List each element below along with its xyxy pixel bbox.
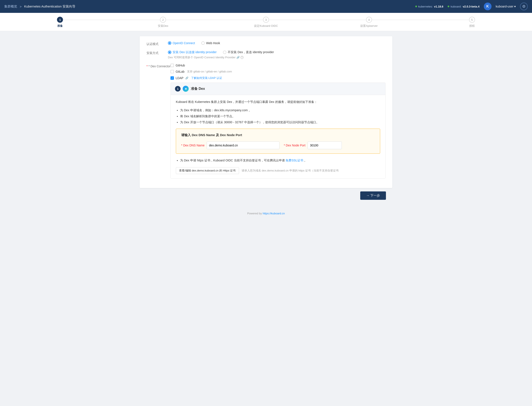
cert-button[interactable]: 查看/编辑 dex.demo.kuboard.cn 的 Https 证书 [176,167,239,174]
step-3-circle: 3 [263,17,269,23]
dns-name-input[interactable] [207,141,279,149]
dns-port-group: Dex Node Port [284,141,342,149]
step-1-label: 准备 [57,24,63,28]
app-header: 集群概览 > Kubernetes Authentication 安装向导 ku… [0,0,532,13]
breadcrumb-separator: > [20,5,22,8]
radio-openid[interactable]: OpenID Connect [168,41,195,45]
breadcrumb-current: Kubernetes Authentication 安装向导 [24,5,75,8]
kubernetes-version: v1.18.6 [434,5,443,8]
checkbox-gitlab[interactable]: GitLab 支持 gitlab-ce / gitlab-ee / gitlab… [170,70,385,73]
external-link-icon[interactable]: 🔗 [236,56,240,59]
install-method-label: 安装方式 [147,50,168,55]
step-4-circle: 4 [366,17,372,23]
svg-text:⊕: ⊕ [185,87,187,90]
main-content: 认证模式 OpenID Connect Web Hook [133,31,399,208]
free-ssl-link[interactable]: 免费SSL证书 [285,159,303,162]
checkbox-github[interactable]: GitHub [170,64,385,67]
kubernetes-label: kubernetes: [418,5,433,8]
bullet-2: 将 Dex 域名解析到集群中的某一个节点。 [180,113,380,119]
steps-bar: 1 准备 2 安装Dex 3 设定Kuboard OIDC 4 设置Apiser… [0,13,532,31]
dns-port-label: Dex Node Port [284,144,305,147]
radio-openid-label: OpenID Connect [173,41,195,45]
radio-webhook-label: Web Hook [206,41,220,45]
dns-fields-row: Dex DNS Name Dex Node Port [181,141,375,149]
auth-mode-radio-group: OpenID Connect Web Hook [168,41,385,45]
header-right: kubernetes: v1.18.6 kuboard: v2.0.3-beta… [415,3,528,10]
kuboard-label: kuboard: [451,5,461,8]
dex-step-badge: 1 [175,86,181,92]
dns-card-title: 请输入 Dex DNS Name 及 Dex Node Port [181,133,375,137]
cert-bullet: 为 Dex 申请 https 证书，Kuboard OIDC 当前不支持自签证书… [180,157,380,164]
bullet-1: 为 Dex 申请域名，例如：dex.k8s.mycompany.com 。 [180,107,380,113]
radio-no-dex[interactable]: 不安装 Dex，直连 identity provider [223,50,274,54]
checkbox-ldap-box: ✓ [170,76,174,80]
step-3: 3 设定Kuboard OIDC [215,17,318,28]
settings-button[interactable]: ⚙ [520,3,528,10]
breadcrumb-home[interactable]: 集群概览 [4,5,17,8]
checkbox-gitlab-hint: 支持 gitlab-ce / gitlab-ee / gitlab.com [187,70,232,73]
kuboard-version: v2.0.3-beta.4 [463,5,480,8]
dex-prep-header: 1 ⊕ [171,83,385,95]
step-5-circle: 5 [469,17,475,23]
step-5-label: 授权 [469,24,475,28]
dex-connector-content: GitHub GitLab 支持 gitlab-ce / gitlab-ee /… [170,64,385,179]
step-4: 4 设置Apiserver [317,17,420,28]
kubernetes-dot [415,6,417,7]
radio-no-dex-label: 不安装 Dex，直连 identity provider [228,50,274,54]
radio-install-dex-circle [168,51,171,54]
next-button[interactable]: → 下一步 [360,191,386,200]
kuboard-dot [448,6,449,7]
kubernetes-status: kubernetes: v1.18.6 [415,5,443,8]
connector-checkbox-list: GitHub GitLab 支持 gitlab-ce / gitlab-ee /… [170,64,385,80]
step-2-label: 安装Dex [158,24,168,28]
avatar: K [484,3,491,10]
radio-openid-circle [168,41,171,45]
dex-prep-title: 准备 Dex [191,87,205,91]
kuboard-status: kuboard: v2.0.3-beta.4 [448,5,480,8]
breadcrumb: 集群概览 > Kubernetes Authentication 安装向导 [4,5,75,8]
install-method-content: 安装 Dex 以连接 identity provider 不安装 Dex，直连 … [168,50,385,59]
dex-connector-row: * Dex Connector GitHub GitLab 支持 gitlab-… [147,64,385,179]
step-1-circle: 1 [57,17,63,23]
radio-install-dex[interactable]: 安装 Dex 以连接 identity provider [168,50,217,54]
step-5: 5 授权 [420,17,524,28]
checkbox-gitlab-box [170,70,174,73]
radio-install-dex-label: 安装 Dex 以连接 identity provider [173,50,217,54]
auth-mode-row: 认证模式 OpenID Connect Web Hook [147,41,385,46]
bullet-3: 为 Dex 开放一个节点端口（请从 30000 - 32767 中选择一个），使… [180,119,380,125]
form-card: 认证模式 OpenID Connect Web Hook [140,36,392,188]
prep-intro: Kuboard 将在 Kubernetes 集群上安装 Dex，并通过一个节点端… [176,99,380,105]
page-footer: Powered by https://kuboard.cn [0,208,532,218]
install-method-radio-group: 安装 Dex 以连接 identity provider 不安装 Dex，直连 … [168,50,385,54]
radio-webhook[interactable]: Web Hook [201,41,220,45]
auth-mode-content: OpenID Connect Web Hook [168,41,385,45]
dex-logo: ⊕ [183,86,189,92]
chain-icon: 🔗 [185,77,188,80]
step-4-label: 设置Apiserver [360,24,378,28]
radio-webhook-circle [201,41,205,45]
step-2-circle: 2 [160,17,166,23]
dns-name-label: Dex DNS Name [181,144,205,147]
checkbox-ldap-label: LDAP [176,76,184,80]
cert-hint: 请录入您为域名 dex.demo.kuboard.cn 申请的 https 证书… [241,169,339,173]
auth-mode-label: 认证模式 [147,41,168,46]
ldap-link[interactable]: 了解如何安装 LDAP 认证 [191,76,222,80]
dns-port-input[interactable] [308,141,342,149]
checkbox-ldap[interactable]: ✓ LDAP 🔗 了解如何安装 LDAP 认证 [170,76,385,80]
footer-link[interactable]: https://kuboard.cn [262,212,285,215]
install-method-row: 安装方式 安装 Dex 以连接 identity provider 不安装 De… [147,50,385,59]
dex-prep-body: Kuboard 将在 Kubernetes 集群上安装 Dex，并通过一个节点端… [171,95,385,178]
after-dns-bullets: 为 Dex 申请 https 证书，Kuboard OIDC 当前不支持自签证书… [176,157,380,164]
help-icon[interactable]: ? [241,56,243,59]
checkbox-github-label: GitHub [176,64,185,67]
user-name[interactable]: kuboard-user ▾ [496,5,516,8]
dns-input-card: 请输入 Dex DNS Name 及 Dex Node Port Dex DNS… [176,129,380,154]
checkbox-github-box [170,64,174,67]
bottom-bar: → 下一步 [140,188,392,203]
cert-row: 查看/编辑 dex.demo.kuboard.cn 的 Https 证书 请录入… [176,167,380,174]
checkbox-gitlab-label: GitLab [176,70,184,73]
radio-no-dex-circle [223,51,226,54]
install-hint: Dex 可同时使用多个 OpenID Connect Identity Prov… [168,56,385,59]
dns-name-group: Dex DNS Name [181,141,279,149]
prep-bullets: 为 Dex 申请域名，例如：dex.k8s.mycompany.com 。 将 … [176,107,380,125]
